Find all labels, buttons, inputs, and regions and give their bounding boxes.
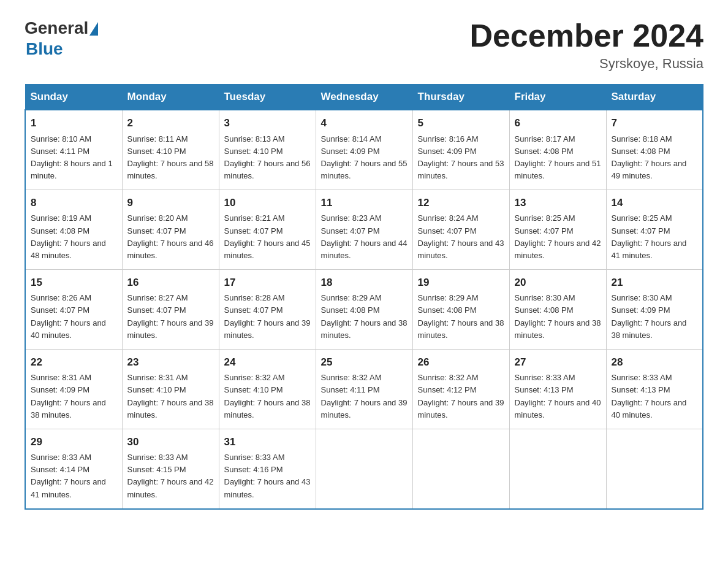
header-saturday: Saturday — [606, 85, 703, 110]
page-header: General Blue December 2024 Syrskoye, Rus… — [25, 18, 703, 72]
calendar-week-row: 15Sunrise: 8:26 AMSunset: 4:07 PMDayligh… — [25, 270, 703, 350]
calendar-cell: 2Sunrise: 8:11 AMSunset: 4:10 PMDaylight… — [122, 110, 219, 190]
location-subtitle: Syrskoye, Russia — [469, 56, 703, 72]
calendar-cell: 4Sunrise: 8:14 AMSunset: 4:09 PMDaylight… — [316, 110, 412, 190]
calendar-cell: 18Sunrise: 8:29 AMSunset: 4:08 PMDayligh… — [316, 270, 412, 350]
header-wednesday: Wednesday — [316, 85, 412, 110]
header-sunday: Sunday — [25, 85, 122, 110]
calendar-cell: 29Sunrise: 8:33 AMSunset: 4:14 PMDayligh… — [25, 429, 122, 508]
day-number: 13 — [515, 195, 601, 211]
calendar-cell: 1Sunrise: 8:10 AMSunset: 4:11 PMDaylight… — [25, 110, 122, 190]
day-number: 12 — [418, 195, 504, 211]
calendar-cell: 20Sunrise: 8:30 AMSunset: 4:08 PMDayligh… — [509, 270, 606, 350]
day-number: 14 — [612, 195, 698, 211]
day-number: 28 — [612, 354, 698, 370]
day-number: 30 — [127, 434, 214, 450]
day-number: 26 — [418, 354, 504, 370]
day-number: 20 — [515, 275, 601, 291]
day-number: 4 — [321, 115, 408, 131]
day-number: 5 — [418, 115, 504, 131]
header-thursday: Thursday — [412, 85, 509, 110]
day-number: 17 — [224, 275, 311, 291]
logo: General Blue — [25, 18, 98, 59]
calendar-cell: 15Sunrise: 8:26 AMSunset: 4:07 PMDayligh… — [25, 270, 122, 350]
calendar-cell: 14Sunrise: 8:25 AMSunset: 4:07 PMDayligh… — [606, 190, 703, 270]
calendar-cell: 13Sunrise: 8:25 AMSunset: 4:07 PMDayligh… — [509, 190, 606, 270]
calendar-cell: 30Sunrise: 8:33 AMSunset: 4:15 PMDayligh… — [122, 429, 219, 508]
calendar-cell: 26Sunrise: 8:32 AMSunset: 4:12 PMDayligh… — [412, 349, 509, 429]
day-number: 18 — [321, 275, 408, 291]
calendar-cell: 3Sunrise: 8:13 AMSunset: 4:10 PMDaylight… — [219, 110, 316, 190]
day-number: 16 — [127, 275, 214, 291]
calendar-cell: 16Sunrise: 8:27 AMSunset: 4:07 PMDayligh… — [122, 270, 219, 350]
day-number: 31 — [224, 434, 311, 450]
calendar-cell: 23Sunrise: 8:31 AMSunset: 4:10 PMDayligh… — [122, 349, 219, 429]
day-number: 7 — [612, 115, 698, 131]
calendar-week-row: 29Sunrise: 8:33 AMSunset: 4:14 PMDayligh… — [25, 429, 703, 508]
day-number: 9 — [127, 195, 214, 211]
logo-general-text: General — [25, 18, 88, 38]
day-number: 27 — [515, 354, 601, 370]
calendar-cell: 27Sunrise: 8:33 AMSunset: 4:13 PMDayligh… — [509, 349, 606, 429]
calendar-cell: 21Sunrise: 8:30 AMSunset: 4:09 PMDayligh… — [606, 270, 703, 350]
calendar-week-row: 22Sunrise: 8:31 AMSunset: 4:09 PMDayligh… — [25, 349, 703, 429]
day-number: 25 — [321, 354, 408, 370]
calendar-title: December 2024 — [469, 18, 703, 53]
calendar-cell: 24Sunrise: 8:32 AMSunset: 4:10 PMDayligh… — [219, 349, 316, 429]
calendar-cell: 19Sunrise: 8:29 AMSunset: 4:08 PMDayligh… — [412, 270, 509, 350]
day-number: 3 — [224, 115, 311, 131]
calendar-cell — [509, 429, 606, 508]
day-number: 22 — [31, 354, 117, 370]
day-number: 2 — [127, 115, 214, 131]
day-number: 1 — [31, 115, 117, 131]
calendar-header-row: SundayMondayTuesdayWednesdayThursdayFrid… — [25, 85, 703, 110]
calendar-cell — [606, 429, 703, 508]
calendar-cell: 8Sunrise: 8:19 AMSunset: 4:08 PMDaylight… — [25, 190, 122, 270]
calendar-cell — [316, 429, 412, 508]
calendar-cell: 10Sunrise: 8:21 AMSunset: 4:07 PMDayligh… — [219, 190, 316, 270]
day-number: 10 — [224, 195, 311, 211]
day-number: 29 — [31, 434, 117, 450]
calendar-cell: 9Sunrise: 8:20 AMSunset: 4:07 PMDaylight… — [122, 190, 219, 270]
calendar-cell: 17Sunrise: 8:28 AMSunset: 4:07 PMDayligh… — [219, 270, 316, 350]
day-number: 8 — [31, 195, 117, 211]
day-number: 24 — [224, 354, 311, 370]
calendar-cell: 6Sunrise: 8:17 AMSunset: 4:08 PMDaylight… — [509, 110, 606, 190]
header-tuesday: Tuesday — [219, 85, 316, 110]
day-number: 11 — [321, 195, 408, 211]
header-monday: Monday — [122, 85, 219, 110]
calendar-week-row: 8Sunrise: 8:19 AMSunset: 4:08 PMDaylight… — [25, 190, 703, 270]
header-friday: Friday — [509, 85, 606, 110]
day-number: 19 — [418, 275, 504, 291]
calendar-table: SundayMondayTuesdayWednesdayThursdayFrid… — [25, 84, 703, 510]
day-number: 21 — [612, 275, 698, 291]
logo-blue-text: Blue — [26, 39, 63, 58]
calendar-cell — [412, 429, 509, 508]
calendar-week-row: 1Sunrise: 8:10 AMSunset: 4:11 PMDaylight… — [25, 110, 703, 190]
day-number: 23 — [127, 354, 214, 370]
day-number: 6 — [515, 115, 601, 131]
title-block: December 2024 Syrskoye, Russia — [469, 18, 703, 72]
calendar-cell: 12Sunrise: 8:24 AMSunset: 4:07 PMDayligh… — [412, 190, 509, 270]
logo-triangle-icon — [89, 22, 98, 36]
day-number: 15 — [31, 275, 117, 291]
calendar-cell: 11Sunrise: 8:23 AMSunset: 4:07 PMDayligh… — [316, 190, 412, 270]
calendar-cell: 5Sunrise: 8:16 AMSunset: 4:09 PMDaylight… — [412, 110, 509, 190]
calendar-cell: 25Sunrise: 8:32 AMSunset: 4:11 PMDayligh… — [316, 349, 412, 429]
calendar-cell: 22Sunrise: 8:31 AMSunset: 4:09 PMDayligh… — [25, 349, 122, 429]
calendar-cell: 7Sunrise: 8:18 AMSunset: 4:08 PMDaylight… — [606, 110, 703, 190]
calendar-cell: 31Sunrise: 8:33 AMSunset: 4:16 PMDayligh… — [219, 429, 316, 508]
calendar-cell: 28Sunrise: 8:33 AMSunset: 4:13 PMDayligh… — [606, 349, 703, 429]
